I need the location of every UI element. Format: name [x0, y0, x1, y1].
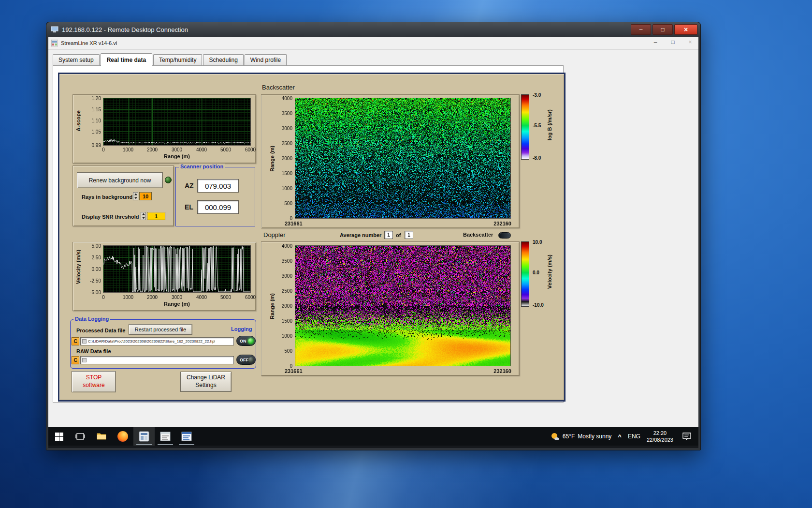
change-lidar-settings-button[interactable]: Change LiDARSettings	[180, 372, 232, 392]
taskbar-app-document[interactable]	[176, 427, 197, 446]
doppler-plot-frame: Range (m) 4000 3500 3000 2500 2000 1500 …	[261, 241, 520, 376]
velocity-ytick: 5.00	[92, 243, 101, 249]
snr-value-box[interactable]: 1	[147, 212, 165, 220]
ascope-ytick: 1.10	[92, 118, 101, 123]
backscatter-display-toggle[interactable]	[498, 232, 511, 239]
browse-icon[interactable]	[82, 339, 87, 344]
raw-data-file-label: RAW Data file	[76, 348, 111, 354]
velocity-y-axis-label: Velocity (m/s)	[75, 250, 81, 284]
taskbar-app-streamline[interactable]	[133, 427, 155, 446]
el-field[interactable]: 000.099	[197, 200, 239, 214]
doppler-ytick: 1500	[282, 318, 292, 324]
velocity-xtick: 5000	[220, 295, 231, 300]
backscatter-colorbar-gradient	[521, 94, 529, 160]
doppler-x-end: 232160	[493, 368, 511, 374]
rays-in-background-label: Rays in background	[82, 194, 132, 200]
data-logging-group: Data Logging Processed Data file Restart…	[70, 319, 256, 369]
firefox-button[interactable]	[112, 427, 133, 446]
ascope-graph: A-scope 1.20 1.15 1.10 1.05 0.99 0 1000 …	[72, 94, 256, 164]
doppler-ytick: 4000	[282, 243, 292, 249]
stop-software-button[interactable]: STOPsoftware	[72, 371, 116, 392]
rdp-minimize-button[interactable]: –	[631, 24, 651, 35]
tab-real-time-data[interactable]: Real time data	[101, 53, 152, 66]
data-logging-title: Data Logging	[73, 316, 110, 322]
raw-logging-toggle[interactable]: OFF	[236, 355, 256, 365]
tab-system-setup[interactable]: System setup	[53, 54, 100, 65]
colorbar-tick: -10.0	[533, 302, 544, 308]
average-number-label: Average number	[340, 232, 381, 238]
start-button[interactable]	[48, 427, 70, 446]
clock-time: 22:20	[653, 430, 667, 436]
taskbar-weather[interactable]: 65°F Mostly sunny	[550, 432, 612, 441]
raw-path-field[interactable]	[80, 356, 234, 364]
raw-drive-selector[interactable]: C	[72, 356, 79, 364]
rdp-titlebar[interactable]: 192.168.0.122 - Remote Desktop Connectio…	[46, 22, 700, 37]
ascope-ytick: 0.99	[92, 143, 101, 148]
ascope-xtick: 3000	[172, 147, 182, 152]
rays-value-box[interactable]: 10	[139, 192, 152, 200]
scanner-position-title: Scanner position	[179, 164, 225, 169]
logging-label: Logging	[231, 326, 252, 332]
app-close-button[interactable]: ×	[685, 39, 696, 45]
renew-background-button[interactable]: Renew background now	[77, 172, 163, 188]
rays-spinner[interactable]	[133, 192, 138, 200]
processed-logging-toggle[interactable]: ON	[236, 336, 256, 346]
on-lamp	[248, 338, 254, 344]
doppler-section-title: Doppler	[263, 231, 286, 239]
restart-processed-file-button[interactable]: Restart processed file	[129, 324, 192, 335]
task-view-icon	[75, 433, 85, 440]
ascope-xtick: 6000	[245, 147, 256, 152]
backscatter-heatmap[interactable]	[295, 98, 510, 218]
rdp-close-button[interactable]: ×	[674, 24, 697, 35]
az-field[interactable]: 079.003	[197, 179, 239, 193]
doppler-colorbar-gradient	[521, 241, 529, 307]
background-led	[165, 177, 172, 183]
task-view-button[interactable]	[70, 427, 91, 446]
tab-temp-humidity[interactable]: Temp/humidity	[153, 54, 202, 65]
processed-drive-selector[interactable]: C	[72, 337, 79, 345]
processed-data-file-label: Processed Data file	[76, 328, 126, 333]
off-lamp	[248, 357, 254, 363]
average-of-field[interactable]: 1	[405, 231, 413, 239]
velocity-ytick: -2.50	[90, 278, 101, 284]
backscatter-ytick: 500	[284, 201, 292, 206]
velocity-xtick: 4000	[196, 295, 207, 300]
windows-logo-icon	[55, 433, 63, 441]
tray-chevron[interactable]: ^	[618, 433, 622, 440]
velocity-x-axis-label: Range (m)	[164, 301, 190, 307]
velocity-plot[interactable]	[103, 246, 250, 292]
processed-path-field[interactable]: C:\LiDAR\Data\Proc\2023\202308\20230822\…	[80, 337, 234, 345]
taskbar-app-scan-scheduler[interactable]	[155, 427, 176, 446]
app-maximize-button[interactable]: □	[667, 39, 678, 45]
backscatter-ytick: 0	[290, 216, 292, 221]
ascope-xtick: 2000	[147, 147, 158, 152]
weather-desc: Mostly sunny	[578, 433, 611, 440]
average-number-field[interactable]: 1	[384, 231, 393, 239]
colorbar-tick: -3.0	[533, 92, 541, 98]
background-controls: Renew background now Rays in background …	[72, 165, 174, 226]
app-minimize-button[interactable]: –	[650, 39, 661, 45]
velocity-ytick: 0.00	[92, 267, 101, 272]
tab-scheduling[interactable]: Scheduling	[203, 54, 243, 65]
ascope-plot[interactable]	[103, 98, 250, 145]
app-titlebar[interactable]: StreamLine XR v14-6.vi – □ ×	[48, 37, 698, 50]
doppler-heatmap[interactable]	[295, 246, 510, 366]
language-indicator[interactable]: ENG	[628, 433, 640, 440]
snr-spinner[interactable]	[141, 212, 146, 220]
doppler-ytick: 2500	[282, 288, 292, 294]
action-center-button[interactable]	[680, 427, 694, 446]
taskbar-clock[interactable]: 22:20 22/08/2023	[647, 430, 673, 444]
firefox-icon	[117, 431, 128, 442]
tab-wind-profile[interactable]: Wind profile	[245, 54, 287, 65]
file-explorer-button[interactable]	[91, 427, 112, 446]
browse-icon[interactable]	[82, 358, 87, 362]
colorbar-tick: -8.0	[533, 155, 541, 161]
doppler-y-axis-label: Range (m)	[269, 293, 275, 319]
weather-icon	[550, 432, 560, 441]
ascope-xtick: 5000	[220, 147, 231, 152]
tab-strip: System setup Real time data Temp/humidit…	[48, 49, 698, 65]
el-label: EL	[185, 203, 193, 211]
ascope-xtick: 4000	[196, 147, 207, 152]
rdp-maximize-button[interactable]: □	[652, 24, 673, 35]
taskbar: 65°F Mostly sunny ^ ENG 22:20 22/08/2023	[48, 427, 698, 446]
